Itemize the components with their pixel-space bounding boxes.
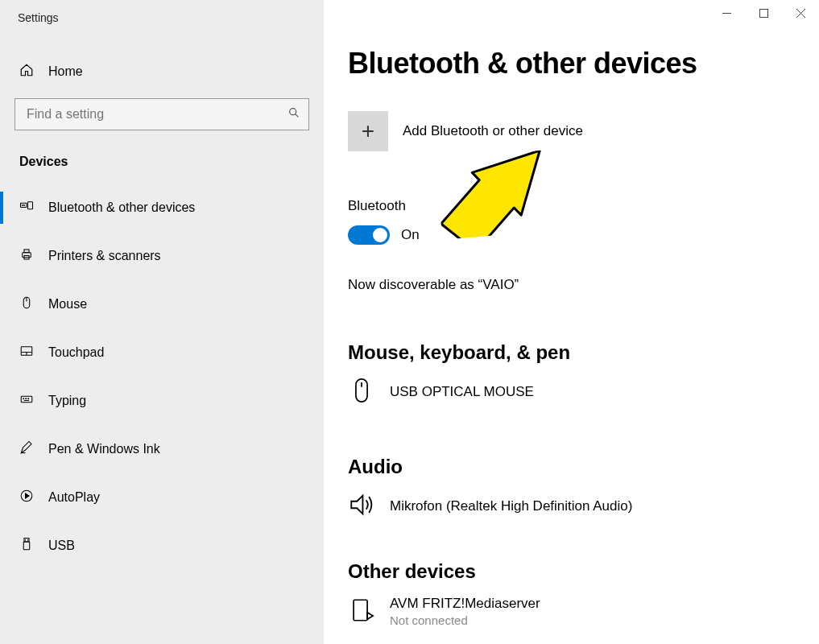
usb-icon: [19, 537, 34, 555]
sidebar-item-printers[interactable]: Printers & scanners: [0, 232, 324, 280]
svg-rect-14: [21, 396, 32, 402]
mouse-icon: [19, 295, 34, 313]
svg-rect-7: [24, 250, 29, 253]
device-row-mouse[interactable]: USB OPTICAL MOUSE: [348, 377, 819, 407]
speaker-icon: [348, 491, 375, 522]
device-name: Mikrofon (Realtek High Definition Audio): [390, 498, 632, 514]
printer-icon: [19, 247, 34, 265]
bluetooth-toggle-state: On: [401, 227, 420, 243]
pen-icon: [19, 440, 34, 458]
window-controls: [708, 0, 819, 26]
autoplay-icon: [19, 489, 34, 506]
svg-rect-21: [24, 539, 29, 543]
svg-rect-22: [23, 542, 30, 550]
sidebar-item-label: Touchpad: [48, 345, 104, 360]
plus-icon: +: [362, 118, 374, 144]
svg-rect-26: [759, 9, 767, 17]
sidebar-item-label: Typing: [48, 394, 86, 408]
add-device-button[interactable]: +: [348, 111, 388, 151]
add-device-row[interactable]: + Add Bluetooth or other device: [348, 111, 819, 151]
home-label: Home: [48, 64, 83, 79]
sidebar-item-label: USB: [48, 539, 75, 553]
device-name: USB OPTICAL MOUSE: [390, 384, 534, 400]
bluetooth-toggle[interactable]: [348, 225, 390, 245]
content-pane: Bluetooth & other devices + Add Bluetoot…: [324, 0, 819, 644]
sidebar-item-bluetooth[interactable]: Bluetooth & other devices: [0, 184, 324, 232]
page-title: Bluetooth & other devices: [348, 47, 819, 80]
sidebar: Settings Home Devices Bluetooth & other …: [0, 0, 324, 644]
home-nav[interactable]: Home: [0, 24, 324, 80]
sidebar-item-typing[interactable]: Typing: [0, 377, 324, 425]
sidebar-item-label: AutoPlay: [48, 490, 100, 505]
sidebar-item-label: Pen & Windows Ink: [48, 442, 160, 456]
search-input[interactable]: [27, 107, 287, 122]
svg-point-0: [290, 109, 296, 115]
svg-rect-3: [28, 202, 33, 209]
search-icon: [287, 106, 300, 122]
section-heading-audio: Audio: [348, 456, 819, 478]
minimize-button[interactable]: [708, 0, 745, 26]
svg-rect-32: [354, 600, 367, 621]
section-heading-input: Mouse, keyboard, & pen: [348, 341, 819, 364]
close-button[interactable]: [782, 0, 819, 26]
home-icon: [19, 63, 34, 80]
sidebar-item-touchpad[interactable]: Touchpad: [0, 328, 324, 377]
sidebar-item-usb[interactable]: USB: [0, 522, 324, 570]
media-server-icon: [348, 597, 375, 627]
sidebar-item-autoplay[interactable]: AutoPlay: [0, 473, 324, 522]
sidebar-item-label: Mouse: [48, 297, 87, 312]
sidebar-item-label: Printers & scanners: [48, 249, 161, 263]
touchpad-icon: [19, 344, 34, 361]
device-row-audio[interactable]: Mikrofon (Realtek High Definition Audio): [348, 491, 819, 522]
svg-marker-20: [26, 493, 30, 498]
sidebar-item-mouse[interactable]: Mouse: [0, 280, 324, 328]
device-row-other[interactable]: AVM FRITZ!Mediaserver Not connected: [348, 596, 819, 627]
add-device-label: Add Bluetooth or other device: [403, 123, 583, 139]
sidebar-nav: Bluetooth & other devices Printers & sca…: [0, 184, 324, 570]
discoverable-text: Now discoverable as “VAIO”: [348, 277, 819, 293]
svg-marker-33: [367, 612, 373, 619]
device-name: AVM FRITZ!Mediaserver: [390, 596, 540, 612]
svg-rect-6: [23, 253, 31, 258]
keyboard-icon: [19, 392, 34, 410]
device-status: Not connected: [390, 613, 540, 627]
section-heading-other: Other devices: [348, 560, 819, 583]
mouse-device-icon: [348, 377, 375, 407]
svg-point-17: [28, 398, 29, 399]
svg-point-16: [26, 398, 27, 399]
sidebar-section-devices: Devices: [0, 130, 324, 179]
svg-line-1: [296, 114, 299, 118]
maximize-button[interactable]: [745, 0, 782, 26]
svg-point-15: [23, 398, 24, 399]
svg-point-5: [24, 204, 25, 205]
search-box[interactable]: [14, 98, 309, 130]
bluetooth-heading: Bluetooth: [348, 198, 819, 214]
bluetooth-devices-icon: [19, 199, 34, 217]
svg-point-4: [22, 204, 23, 205]
window-title: Settings: [0, 0, 324, 24]
sidebar-item-pen[interactable]: Pen & Windows Ink: [0, 425, 324, 473]
sidebar-item-label: Bluetooth & other devices: [48, 200, 195, 215]
svg-marker-31: [351, 496, 362, 514]
